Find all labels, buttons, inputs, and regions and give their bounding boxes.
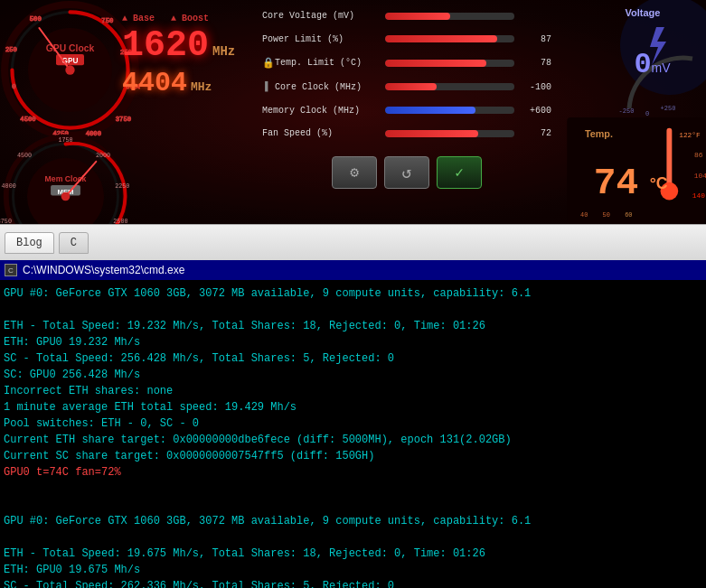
svg-text:Voltage: Voltage [626,7,661,18]
slider-memory-clock: Memory Clock (MHz) +600 [262,106,551,116]
gpu-clock-gauge: 500 250 0 4500 4250 4000 3750 3000 2500 … [0,0,140,140]
reset-button[interactable]: ↺ [384,156,429,189]
cmd-line: 1 minute average ETH total speed: 19.429… [4,399,702,415]
cmd-line [4,302,702,318]
svg-text:140: 140 [692,191,705,200]
slider-fan-speed: Fan Speed (%) 72 [262,128,551,138]
svg-text:40: 40 [580,211,588,219]
cmd-line: Pool switches: ETH - 0, SC - 0 [4,415,702,432]
svg-text:+250: +250 [661,105,676,112]
base-label: ▲ Base [122,14,155,23]
slider-core-voltage: Core Voltage (mV) [262,11,551,21]
svg-text:4500: 4500 [20,116,35,123]
cmd-line: Current SC share target: 0x0000000007547… [4,448,702,464]
slider-core-clock: ▐ Core Clock (MHz) -100 [262,81,551,92]
apply-button[interactable]: ✓ [437,156,482,189]
svg-point-37 [61,192,71,201]
gpu-clock-unit: MHz [212,44,235,59]
svg-point-18 [65,65,74,74]
svg-text:104: 104 [694,172,706,180]
svg-text:2000: 2000 [96,152,110,159]
svg-text:500: 500 [30,15,42,23]
svg-text:4500: 4500 [17,152,32,159]
svg-text:0: 0 [12,83,15,90]
svg-text:Temp.: Temp. [585,128,613,139]
tab-c[interactable]: C [59,232,89,254]
cmd-line: GPU #0: GeForce GTX 1060 3GB, 3072 MB av… [4,285,702,302]
cmd-window[interactable]: GPU #0: GeForce GTX 1060 3GB, 3072 MB av… [0,280,706,588]
svg-text:86: 86 [694,151,703,159]
cmd-line: SC: GPU0 256.428 Mh/s [4,367,702,383]
svg-text:2250: 2250 [115,182,129,190]
svg-text:4000: 4000 [2,182,16,190]
svg-text:3750: 3750 [0,218,12,225]
temp-gauge-display: 122°F 86 104 140 Temp. 74 °C 40 50 60 [566,117,706,224]
slider-power-limit: Power Limit (%) 87 [262,34,551,44]
cmd-line: GPU0 t=74C fan=72% [4,464,702,481]
cmd-line: ETH - Total Speed: 19.232 Mh/s, Total Sh… [4,318,702,334]
lock-icon: 🔒 [262,57,275,69]
cmd-line [4,529,702,546]
cmd-line: GPU #0: GeForce GTX 1060 3GB, 3072 MB av… [4,513,702,529]
svg-text:1750: 1750 [58,136,72,144]
settings-button[interactable]: ⚙ [332,156,377,189]
svg-text:°C: °C [650,174,668,192]
sliders-panel: Core Voltage (mV) Power Limit (%) 87 🔒 T… [253,0,560,197]
cmd-line [4,481,702,497]
mem-clock-gauge: 1750 2000 2250 2500 2750 3000 3250 3500 … [0,131,131,224]
gpu-sub-unit: MHz [191,80,212,94]
svg-text:74: 74 [594,163,639,204]
cmd-line: Incorrect ETH shares: none [4,383,702,399]
taskbar: Blog C [0,224,706,260]
slider-temp-limit: 🔒 Temp. Limit (°C) 78 [262,57,551,69]
svg-text:250: 250 [5,46,17,53]
voltage-gauge: Voltage 0 mV -250 0 +250 [561,0,706,117]
svg-text:0: 0 [645,110,649,117]
bar-icon: ▐ [262,81,275,92]
cmd-icon: C [5,264,17,276]
svg-text:50: 50 [603,211,610,219]
cmd-path: C:\WINDOWS\system32\cmd.exe [23,264,184,276]
gpu-sub-value: 4404 [122,68,187,98]
tab-blog[interactable]: Blog [5,232,54,254]
svg-text:-250: -250 [619,107,635,115]
cmd-line: Current ETH share target: 0x00000000dbe6… [4,432,702,448]
svg-text:122°F: 122°F [679,131,701,139]
svg-text:mV: mV [652,61,672,75]
svg-text:2500: 2500 [113,218,127,225]
cmd-line: SC - Total Speed: 256.428 Mh/s, Total Sh… [4,350,702,367]
svg-text:0: 0 [634,48,651,81]
cmd-title-bar: C C:\WINDOWS\system32\cmd.exe [0,260,706,280]
boost-label: ▲ Boost [171,14,209,23]
cmd-line: ETH: GPU0 19.675 Mh/s [4,562,702,578]
gpu-clock-value: 1620 [122,25,209,66]
cmd-line [4,497,702,513]
gpu-clock-display: ▲ Base ▲ Boost 1620 MHz 4404 MHz [122,14,235,98]
svg-text:750: 750 [101,17,113,24]
svg-text:3750: 3750 [116,116,131,123]
cmd-line: SC - Total Speed: 262.336 Mh/s, Total Sh… [4,578,702,588]
svg-text:60: 60 [625,211,632,219]
gpu-monitor: 500 250 0 4500 4250 4000 3750 3000 2500 … [0,0,706,224]
cmd-line: ETH: GPU0 19.232 Mh/s [4,334,702,350]
cmd-line: ETH - Total Speed: 19.675 Mh/s, Total Sh… [4,546,702,562]
